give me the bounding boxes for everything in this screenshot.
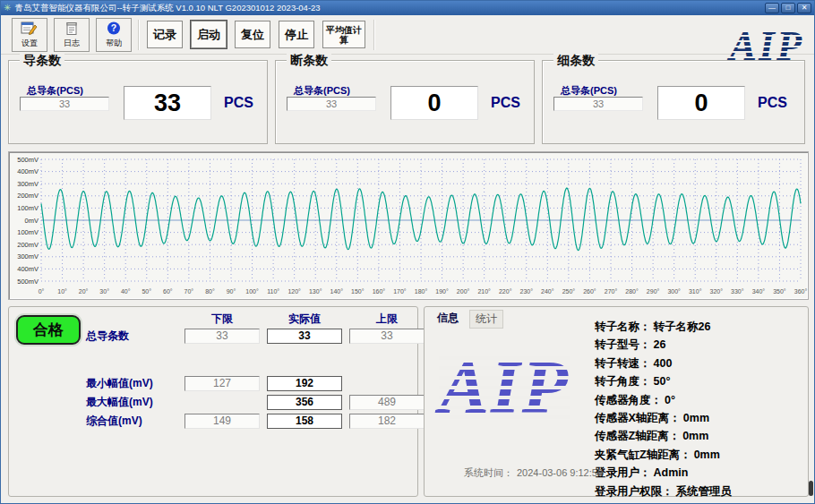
table-row-composite-value: 综合值(mV) 149 158 182 — [86, 412, 432, 431]
log-button[interactable]: 日志 — [54, 18, 90, 52]
settings-button[interactable]: 设置 — [12, 18, 47, 52]
field-label: 转子名称： — [595, 320, 651, 333]
svg-text:150°: 150° — [351, 288, 365, 295]
svg-text:90°: 90° — [227, 288, 236, 295]
svg-text:0mV: 0mV — [25, 217, 39, 225]
field-label: 传感器Z轴距离： — [595, 430, 680, 442]
log-notepad-icon — [63, 21, 81, 37]
field-value: 0mm — [694, 448, 720, 461]
svg-text:360°: 360° — [794, 288, 808, 295]
info-row-sensor-angle: 传感器角度：0° — [595, 393, 732, 411]
settings-button-label: 设置 — [21, 38, 38, 49]
svg-text:10°: 10° — [57, 288, 67, 295]
field-label: 登录用户： — [595, 466, 651, 479]
result-panel: 合格 下限 实际值 上限 总导条数 33 33 33 最小幅值(mV) 127 … — [8, 306, 418, 497]
svg-text:140°: 140° — [330, 288, 344, 295]
actual-value-field: 158 — [267, 414, 342, 429]
total-bars-input[interactable]: 33 — [20, 97, 109, 111]
svg-text:160°: 160° — [373, 288, 386, 295]
waveform-chart: 500mV400mV300mV200mV100mV0mV100mV200mV30… — [9, 152, 808, 299]
svg-text:300mV: 300mV — [17, 180, 39, 188]
upper-limit-field[interactable]: 182 — [349, 414, 425, 429]
record-button[interactable]: 记录 — [147, 21, 183, 48]
tab-statistics[interactable]: 统计 — [469, 310, 503, 329]
svg-text:170°: 170° — [393, 288, 407, 295]
toolbar-separator — [138, 20, 140, 50]
svg-text:320°: 320° — [710, 288, 724, 295]
system-time-value: 2024-03-06 9:12:50 — [517, 467, 603, 478]
field-value: 400 — [654, 357, 673, 370]
svg-text:230°: 230° — [520, 288, 534, 295]
bar-count-display: 33 — [124, 86, 211, 120]
total-bars-input[interactable]: 33 — [553, 97, 643, 111]
svg-text:220°: 220° — [499, 288, 512, 295]
svg-text:350°: 350° — [773, 288, 786, 295]
actual-value-field: 192 — [267, 376, 342, 391]
svg-text:400mV: 400mV — [17, 167, 39, 175]
info-row-sensor-x-distance: 传感器X轴距离：0mm — [595, 411, 732, 429]
total-bars-input[interactable]: 33 — [287, 97, 376, 111]
toolbar: 设置 日志 ? 帮助 记录 — [1, 15, 814, 55]
info-row-login-user: 登录用户：Admin — [595, 466, 732, 483]
stop-button[interactable]: 停止 — [279, 21, 314, 48]
help-button[interactable]: ? 帮助 — [96, 18, 132, 52]
field-value: 26 — [654, 338, 666, 351]
row-spacer — [86, 346, 432, 374]
start-button[interactable]: 启动 — [191, 21, 227, 48]
field-label: 传感器X轴距离： — [595, 412, 681, 424]
system-time: 系统时间：2024-03-06 9:12:50 — [464, 466, 603, 480]
broken-count-display: 0 — [390, 86, 478, 120]
pcs-unit-label: PCS — [491, 95, 520, 111]
upper-limit-field[interactable]: 489 — [349, 395, 425, 410]
actual-value-header: 实际值 — [267, 312, 342, 327]
field-label: 夹紧气缸Z轴距离： — [595, 448, 691, 461]
svg-text:0°: 0° — [39, 288, 45, 295]
close-button[interactable]: ✕ — [797, 3, 811, 13]
minimize-button[interactable]: — — [765, 3, 779, 13]
info-row-rotor-name: 转子名称：转子名称26 — [595, 320, 732, 337]
field-label: 登录用户权限： — [595, 485, 673, 498]
app-icon: ✳ — [4, 4, 11, 13]
row-label: 总导条数 — [86, 329, 184, 344]
svg-text:240°: 240° — [541, 288, 554, 295]
table-row-max-amplitude: 最大幅值(mV) 356 489 — [86, 393, 432, 412]
info-row-rotor-speed: 转子转速：400 — [595, 356, 732, 374]
svg-text:100mV: 100mV — [17, 204, 39, 212]
scrollbar-thumb[interactable] — [809, 481, 813, 496]
svg-text:310°: 310° — [689, 288, 702, 295]
lower-limit-field[interactable]: 149 — [184, 414, 260, 429]
field-label: 转子型号： — [595, 338, 651, 351]
titlebar: ✳ 青岛艾普智能仪器有限公司--转子测试系统 V1.0.10 NLT G2023… — [1, 1, 814, 15]
groupbox-thin-count: 细条数 总导条(PCS) 33 0 PCS — [542, 60, 805, 144]
reset-button[interactable]: 复位 — [235, 21, 270, 48]
groupbox-title: 导条数 — [20, 53, 64, 69]
groupbox-title: 细条数 — [553, 53, 598, 69]
field-label: 传感器角度： — [595, 394, 662, 406]
info-panel: 信息 统计 AIP 转子名称：转子名称26 转子型号：26 转子转速：400 转… — [424, 306, 809, 497]
help-button-label: 帮助 — [106, 38, 122, 49]
field-label: 转子角度： — [595, 375, 651, 388]
svg-text:260°: 260° — [583, 288, 596, 295]
tab-info[interactable]: 信息 — [432, 310, 464, 327]
help-question-icon: ? — [105, 21, 123, 37]
svg-text:70°: 70° — [184, 288, 194, 295]
table-row-min-amplitude: 最小幅值(mV) 127 192 — [86, 374, 432, 393]
svg-text:50°: 50° — [142, 288, 151, 295]
svg-text:200mV: 200mV — [17, 241, 39, 249]
field-value: Admin — [654, 466, 689, 479]
lower-limit-field[interactable]: 33 — [184, 329, 260, 344]
average-calc-button[interactable]: 平均值计算 — [322, 21, 365, 48]
upper-limit-field[interactable]: 33 — [349, 329, 425, 344]
svg-text:40°: 40° — [121, 288, 131, 295]
groupbox-bar-count: 导条数 总导条(PCS) 33 33 PCS — [8, 60, 268, 144]
status-badge: 合格 — [16, 315, 81, 345]
settings-form-pencil-icon — [21, 21, 39, 37]
actual-value-field: 33 — [267, 329, 342, 344]
pcs-unit-label: PCS — [758, 95, 787, 111]
groupbox-title: 断条数 — [287, 53, 331, 69]
svg-text:340°: 340° — [752, 288, 766, 295]
svg-text:400mV: 400mV — [17, 265, 39, 273]
maximize-button[interactable]: □ — [781, 3, 795, 13]
app-window: ✳ 青岛艾普智能仪器有限公司--转子测试系统 V1.0.10 NLT G2023… — [0, 0, 815, 504]
lower-limit-field[interactable]: 127 — [184, 376, 260, 391]
